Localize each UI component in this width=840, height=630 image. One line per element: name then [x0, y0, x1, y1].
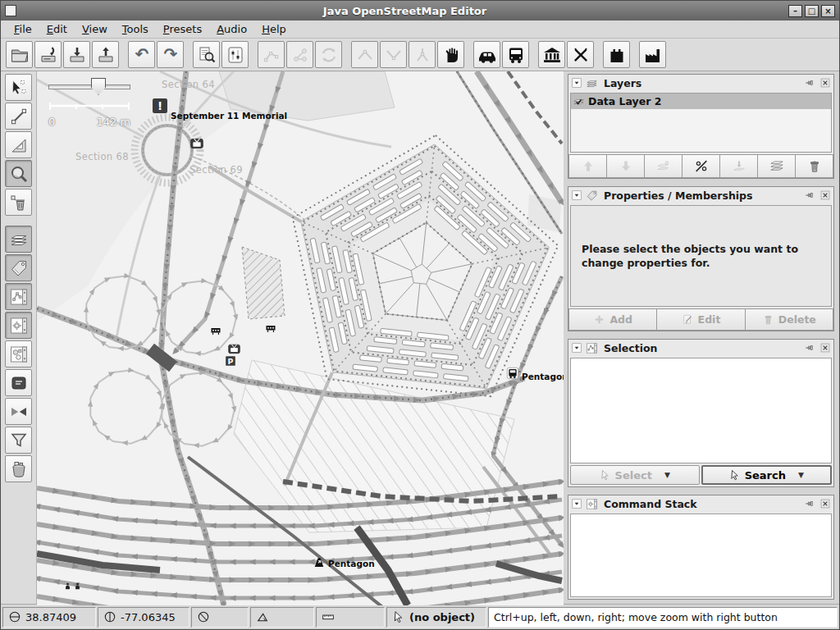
search-presets-button[interactable] [193, 41, 220, 68]
select-tool-button[interactable] [5, 74, 32, 101]
panel-title: Selection [601, 342, 657, 354]
toggle-filter-panel-button[interactable] [5, 427, 32, 454]
layer-merge-down-button[interactable] [720, 154, 758, 178]
menu-file[interactable]: File [7, 21, 39, 37]
update-data-button[interactable] [315, 41, 342, 68]
zoom-tool-button[interactable] [5, 160, 32, 187]
close-icon[interactable] [819, 342, 831, 354]
map-poi-label: Pentagon [328, 559, 375, 568]
pin-icon[interactable] [805, 77, 816, 89]
preset-car-button[interactable] [473, 41, 500, 68]
hand-icon [441, 45, 461, 65]
menu-tools[interactable]: Tools [116, 21, 155, 37]
toolbar-separator [465, 43, 472, 67]
pin-icon[interactable] [805, 498, 816, 509]
maximize-button[interactable]: □ [805, 5, 819, 17]
collapse-icon[interactable] [571, 498, 582, 509]
selection-panel: Selection Select ▼ Search ▼ [568, 339, 834, 487]
close-button[interactable]: × [821, 5, 835, 17]
draw-icon [9, 107, 29, 126]
measure-tool-button[interactable] [5, 131, 32, 158]
toggle-selection-panel-button[interactable] [5, 283, 32, 310]
map-canvas[interactable]: Section 64Section 68Section 69September … [37, 71, 564, 605]
object-info-value: (no object) [409, 611, 475, 623]
search-button[interactable]: Search ▼ [701, 465, 833, 485]
toggle-conflicts-panel-button[interactable] [5, 398, 32, 425]
toggle-layers-panel-button[interactable] [5, 226, 32, 253]
eye-icon [693, 158, 710, 174]
combine-ways-button[interactable] [380, 41, 407, 68]
open-file-button[interactable] [6, 41, 33, 68]
download-data-button[interactable] [63, 41, 90, 68]
collapse-icon[interactable] [571, 77, 582, 89]
close-icon[interactable] [819, 498, 831, 509]
layer-move-up-button[interactable] [568, 154, 607, 178]
save-button[interactable] [34, 41, 62, 68]
add-property-button[interactable]: Add [568, 308, 657, 331]
command-stack-list[interactable] [570, 514, 832, 597]
layer-toolbar [568, 154, 833, 178]
menu-edit[interactable]: Edit [40, 21, 74, 37]
properties-body[interactable]: Please select the objects you want to ch… [570, 205, 832, 307]
selection-icon [586, 342, 598, 354]
delete-property-button[interactable]: Delete [746, 308, 833, 331]
toolbar-separator [530, 43, 537, 67]
minimize-button[interactable]: – [788, 5, 802, 17]
pin-icon[interactable] [805, 189, 816, 201]
restaurant-icon [571, 45, 591, 65]
select-button[interactable]: Select ▼ [570, 465, 700, 485]
selection-list[interactable] [570, 358, 832, 463]
menu-help[interactable]: Help [255, 21, 293, 37]
preset-castle-button[interactable] [603, 41, 630, 68]
command-stack-panel-header: Command Stack [568, 495, 833, 512]
layer-delete-button[interactable] [796, 154, 833, 178]
layer-check-icon[interactable] [573, 95, 585, 107]
upload-data-button[interactable] [92, 41, 119, 68]
toolbar-separator [249, 43, 257, 67]
toggle-properties-panel-button[interactable] [5, 254, 32, 281]
layer-duplicate-button[interactable] [758, 154, 796, 178]
toggle-changeset-panel-button[interactable] [5, 455, 32, 482]
scale-bar: 0 142 m [48, 99, 130, 128]
layer-visibility-button[interactable] [682, 154, 720, 178]
sellist-icon [9, 287, 29, 307]
split-way-button[interactable] [351, 41, 378, 68]
toggle-relations-panel-button[interactable] [5, 340, 32, 368]
stop-action-button[interactable] [437, 41, 464, 68]
menu-audio[interactable]: Audio [210, 21, 253, 37]
panel-title: Properties / Memberships [601, 189, 753, 202]
zoom-slider-handle[interactable] [91, 78, 106, 95]
layer-row[interactable]: Data Layer 2 [571, 94, 831, 109]
draw-nodes-tool-button[interactable] [5, 103, 32, 130]
toolbar-separator [185, 43, 192, 67]
menu-view[interactable]: View [75, 21, 114, 37]
collapse-icon[interactable] [571, 189, 582, 201]
layer-move-down-button[interactable] [607, 154, 645, 178]
merge-nodes-button[interactable] [286, 41, 313, 68]
open-icon [10, 45, 30, 65]
collapse-icon[interactable] [571, 342, 582, 354]
reverse-way-button[interactable] [409, 41, 436, 68]
redo-button[interactable] [157, 41, 184, 68]
menu-presets[interactable]: Presets [157, 21, 208, 37]
zoom-slider[interactable] [48, 78, 130, 96]
edit-property-button[interactable]: Edit [657, 308, 745, 331]
preset-restaurant-button[interactable] [567, 41, 594, 68]
unglue-ways-button[interactable] [258, 41, 285, 68]
close-icon[interactable] [819, 77, 831, 89]
properties-panel-header: Properties / Memberships [568, 187, 833, 203]
delete-tool-button[interactable] [5, 189, 32, 216]
preferences-button[interactable] [221, 41, 249, 68]
zoom-slider-track[interactable] [48, 84, 130, 89]
toggle-command-stack-panel-button[interactable] [5, 312, 32, 339]
layer-list[interactable]: Data Layer 2 [570, 93, 832, 153]
preset-bus-button[interactable] [502, 41, 529, 68]
preset-works-button[interactable] [639, 41, 666, 68]
toggle-notes-panel-button[interactable] [5, 369, 32, 396]
layer-merge-button[interactable] [645, 154, 682, 178]
close-icon[interactable] [819, 189, 831, 201]
pin-icon[interactable] [805, 342, 816, 354]
undo-button[interactable] [128, 41, 155, 68]
map-poi-label: September 11 Memorial [171, 111, 287, 121]
preset-museum-button[interactable] [538, 41, 565, 68]
